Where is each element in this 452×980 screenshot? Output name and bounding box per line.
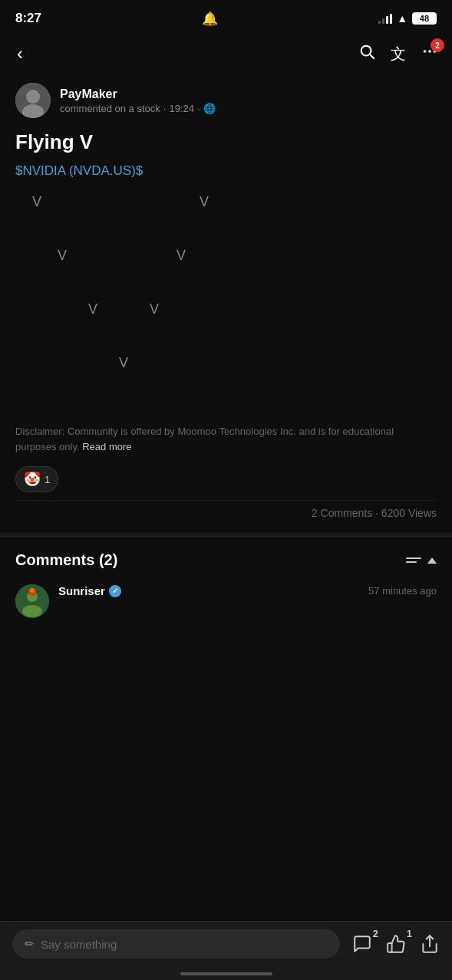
status-time: 8:27: [15, 11, 41, 26]
author-time: 19:24: [169, 103, 194, 114]
commenter-name: Sunriser ✓: [58, 584, 121, 597]
disclaimer-text: Disclaimer: Community is offered by Moom…: [15, 426, 394, 452]
pencil-icon: ✏: [25, 937, 35, 951]
commenter-name-text[interactable]: Sunriser: [58, 584, 105, 597]
post-section: PayMaker commented on a stock · 19:24 · …: [0, 74, 452, 533]
v-char-7: V: [119, 355, 128, 371]
wifi-icon: ▲: [397, 12, 407, 25]
disclaimer: Disclaimer: Community is offered by Moom…: [15, 424, 437, 454]
comments-title: Comments (2): [15, 551, 117, 569]
search-button[interactable]: [358, 43, 375, 64]
comment-avatar[interactable]: [15, 584, 49, 618]
battery-indicator: 48: [412, 12, 437, 25]
v-char-2: V: [200, 194, 209, 210]
signal-icon: [378, 13, 392, 24]
stats-label: 2 Comments · 6200 Views: [312, 507, 437, 519]
v-char-3: V: [58, 248, 67, 264]
v-char-4: V: [177, 248, 186, 264]
flying-v-container: V V V V V V V: [15, 194, 437, 409]
comment-body: Sunriser ✓ 57 minutes ago: [58, 584, 437, 618]
reactions-row: 🤡 1: [15, 466, 437, 492]
translate-button[interactable]: 文: [391, 44, 406, 64]
author-action: commented on a stock: [60, 103, 160, 114]
avatar-image: [15, 83, 51, 118]
like-count: 1: [407, 928, 412, 939]
avatar[interactable]: [15, 83, 51, 118]
author-name[interactable]: PayMaker: [60, 87, 216, 101]
dot-separator-2: ·: [197, 103, 200, 114]
svg-point-2: [424, 50, 427, 53]
svg-point-10: [22, 605, 42, 617]
comment-action-button[interactable]: 2: [352, 934, 372, 954]
stock-tag[interactable]: $NVIDIA (NVDA.US)$: [15, 163, 437, 179]
nav-left: ‹: [14, 40, 26, 67]
notification-badge: 2: [431, 38, 444, 52]
post-title: Flying V: [15, 130, 437, 154]
stats-row: 2 Comments · 6200 Views: [15, 500, 437, 525]
author-meta: commented on a stock · 19:24 · 🌐: [60, 103, 216, 114]
svg-point-6: [26, 90, 40, 104]
bottom-actions: 2 1: [352, 934, 440, 954]
svg-line-1: [370, 54, 374, 58]
verified-icon: ✓: [109, 585, 121, 597]
comments-header: Comments (2): [15, 551, 437, 569]
v-char-6: V: [150, 301, 159, 317]
nav-right: 文 2: [358, 43, 438, 64]
bottom-bar: ✏ Say something 2 1: [0, 921, 452, 980]
status-bar: 8:27 🔔 ▲ 48: [0, 0, 452, 34]
comment-item: Sunriser ✓ 57 minutes ago: [15, 584, 437, 618]
say-placeholder: Say something: [41, 938, 117, 951]
globe-icon: 🌐: [203, 103, 216, 114]
like-action-button[interactable]: 1: [386, 934, 406, 954]
back-button[interactable]: ‹: [14, 40, 26, 67]
home-indicator: [180, 972, 272, 975]
comments-section: Comments (2) Sunr: [0, 538, 452, 638]
svg-point-3: [428, 50, 431, 53]
comment-top-row: Sunriser ✓ 57 minutes ago: [58, 584, 437, 597]
sort-button[interactable]: [406, 557, 437, 564]
author-info: PayMaker commented on a stock · 19:24 · …: [60, 87, 216, 114]
share-action-button[interactable]: [420, 934, 440, 954]
reaction-emoji: 🤡: [24, 471, 41, 488]
author-row: PayMaker commented on a stock · 19:24 · …: [15, 83, 437, 118]
v-char-5: V: [88, 301, 97, 317]
reaction-count: 1: [45, 474, 50, 485]
mute-icon: 🔔: [202, 11, 218, 27]
say-something-input[interactable]: ✏ Say something: [12, 929, 340, 959]
top-nav: ‹ 文 2: [0, 34, 452, 74]
dot-separator: ·: [163, 103, 167, 114]
reaction-button[interactable]: 🤡 1: [15, 466, 58, 492]
more-button[interactable]: 2: [421, 43, 438, 64]
comment-count: 2: [373, 928, 378, 939]
read-more-button[interactable]: Read more: [82, 441, 131, 452]
v-char-1: V: [32, 194, 41, 210]
status-right: ▲ 48: [378, 12, 437, 25]
comment-time: 57 minutes ago: [368, 585, 437, 597]
svg-point-12: [30, 588, 35, 593]
